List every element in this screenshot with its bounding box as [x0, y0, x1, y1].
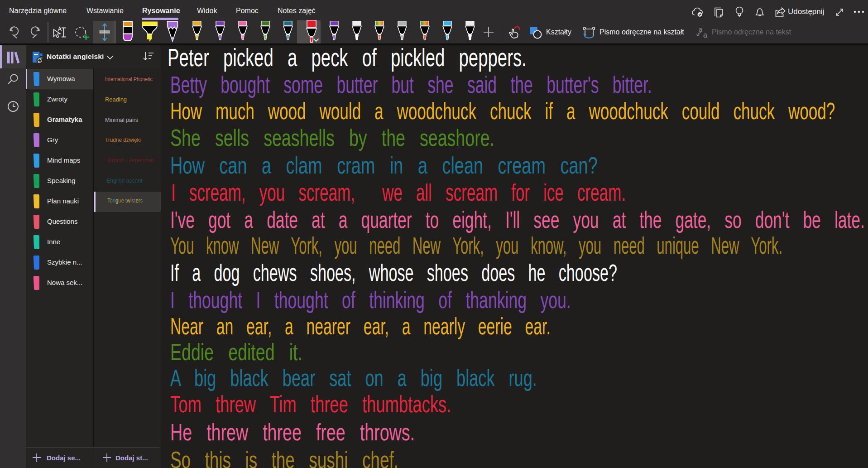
svg-text:I thought I thought of thinkin: I thought I thought of thinking of thank…	[170, 287, 571, 313]
svg-text:Peter picked a peck of pickled: Peter picked a peck of pickled peppers.	[168, 45, 527, 72]
svg-text:She sells seashells by the sea: She sells seashells by the seashore.	[170, 125, 494, 151]
svg-text:You know New York, you need Ne: You know New York, you need New York, yo…	[170, 232, 782, 259]
svg-text:Reading: Reading	[105, 96, 127, 103]
svg-text:How can a clam cram in a clean: How can a clam cram in a clean cream can…	[170, 152, 598, 179]
svg-text:Tom threw Tim three thumbtacks: Tom threw Tim three thumbtacks.	[170, 391, 451, 418]
svg-text:a: a	[703, 31, 707, 39]
svg-text:I scream, you scream, we all: I scream, you scream, we all scream for …	[171, 179, 626, 205]
svg-text:Minimal pairs: Minimal pairs	[105, 116, 138, 123]
svg-text:If a dog chews shoes, whose sh: If a dog chews shoes, whose shoes does h…	[170, 260, 617, 286]
svg-text:Near an ear, a nearer ear, a n: Near an ear, a nearer ear, a nearly eeri…	[170, 313, 551, 339]
svg-text:Betty bought some butter but s: Betty bought some butter but she said th…	[170, 72, 652, 97]
svg-text:a: a	[699, 26, 702, 33]
svg-text:A big black bear sat on a big: A big black bear sat on a big black rug.	[170, 364, 537, 391]
svg-text:He threw three free throws.: He threw three free throws.	[170, 419, 415, 445]
svg-text:English accent: English accent	[106, 177, 143, 184]
svg-text:So this is the sushi chef.: So this is the sushi chef.	[170, 447, 398, 468]
svg-text:Trudne dźwięki: Trudne dźwięki	[105, 136, 141, 143]
svg-text:International Phonetic: International Phonetic	[105, 76, 153, 82]
svg-text:British - American: British - American	[108, 157, 154, 164]
svg-text:Eddie edited it.: Eddie edited it.	[170, 339, 302, 365]
svg-text:How much wood would a woodchuc: How much wood would a woodchuck chuck if…	[170, 98, 835, 124]
svg-text:Tongue twisters: Tongue twisters	[107, 197, 143, 204]
svg-text:I've got a date at a quarter t: I've got a date at a quarter to eight, I…	[170, 207, 865, 232]
